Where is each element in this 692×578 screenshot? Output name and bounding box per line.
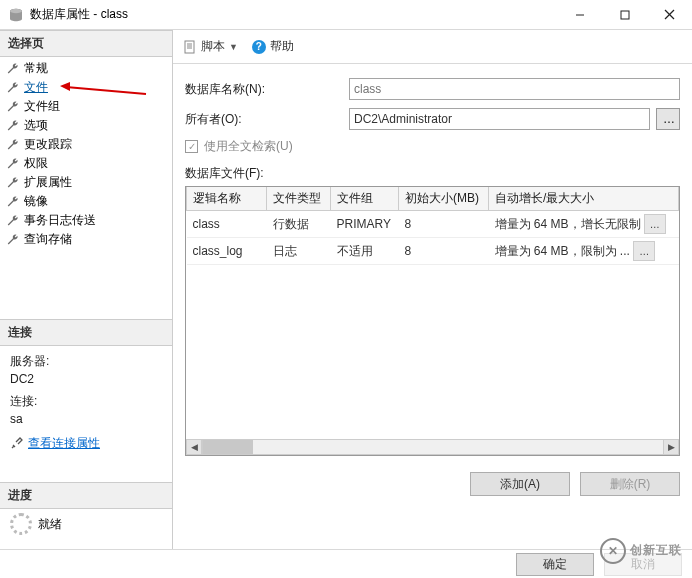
connection-value: sa: [10, 410, 162, 428]
title-bar: 数据库属性 - class: [0, 0, 692, 30]
watermark-logo-icon: ✕: [600, 538, 626, 564]
dialog-footer: 确定 取消: [0, 550, 692, 578]
cell-ftype: 行数据: [267, 211, 331, 238]
table-row[interactable]: class_log 日志 不适用 8 增量为 64 MB，限制为 ... …: [187, 238, 679, 265]
owner-label: 所有者(O):: [185, 111, 349, 128]
svg-rect-8: [185, 41, 194, 53]
wrench-icon: [6, 81, 20, 95]
progress-spinner-icon: [10, 513, 32, 535]
nav-label: 常规: [24, 60, 48, 77]
add-button[interactable]: 添加(A): [470, 472, 570, 496]
server-value: DC2: [10, 370, 162, 388]
wrench-icon: [6, 138, 20, 152]
col-initsize[interactable]: 初始大小(MB): [399, 187, 489, 211]
minimize-button[interactable]: [557, 0, 602, 29]
nav-label: 文件: [24, 79, 48, 96]
chevron-down-icon: ▼: [229, 42, 238, 52]
nav-label: 镜像: [24, 193, 48, 210]
watermark-text: 创新互联: [630, 542, 682, 559]
cell-size: 8: [399, 238, 489, 265]
nav-label: 权限: [24, 155, 48, 172]
dbname-label: 数据库名称(N):: [185, 81, 349, 98]
growth-edit-button[interactable]: …: [644, 214, 666, 234]
nav-item-logship[interactable]: 事务日志传送: [6, 211, 166, 230]
files-label: 数据库文件(F):: [185, 165, 680, 182]
fulltext-checkbox: 使用全文检索(U): [185, 138, 680, 155]
nav-label: 更改跟踪: [24, 136, 72, 153]
select-page-header: 选择页: [0, 30, 172, 57]
scroll-thumb[interactable]: [203, 440, 253, 454]
nav-label: 扩展属性: [24, 174, 72, 191]
cell-name: class: [187, 211, 267, 238]
scroll-right-icon[interactable]: ▶: [663, 439, 679, 455]
nav-item-mirror[interactable]: 镜像: [6, 192, 166, 211]
connection-header: 连接: [0, 319, 172, 346]
owner-input[interactable]: [349, 108, 650, 130]
cell-ftype: 日志: [267, 238, 331, 265]
ok-button[interactable]: 确定: [516, 553, 594, 576]
highlight-arrow-icon: [58, 80, 148, 98]
script-dropdown[interactable]: 脚本 ▼: [183, 38, 238, 55]
help-icon: ?: [252, 40, 266, 54]
wrench-icon: [6, 214, 20, 228]
help-button[interactable]: ? 帮助: [252, 38, 294, 55]
wrench-icon: [6, 62, 20, 76]
nav-label: 查询存储: [24, 231, 72, 248]
grid-horizontal-scrollbar[interactable]: ◀ ▶: [186, 439, 679, 455]
wrench-icon: [6, 100, 20, 114]
nav-label: 事务日志传送: [24, 212, 96, 229]
fulltext-label: 使用全文检索(U): [204, 138, 293, 155]
wrench-icon: [6, 176, 20, 190]
nav-item-permissions[interactable]: 权限: [6, 154, 166, 173]
close-button[interactable]: [647, 0, 692, 29]
wrench-icon: [6, 195, 20, 209]
progress-body: 就绪: [0, 509, 172, 539]
col-autogrowth[interactable]: 自动增长/最大大小: [489, 187, 679, 211]
owner-browse-button[interactable]: …: [656, 108, 680, 130]
svg-rect-3: [621, 11, 629, 19]
col-filegroup[interactable]: 文件组: [331, 187, 399, 211]
nav-label: 文件组: [24, 98, 60, 115]
nav-item-changetracking[interactable]: 更改跟踪: [6, 135, 166, 154]
database-icon: [8, 7, 24, 23]
connection-icon: [10, 436, 24, 450]
nav-item-options[interactable]: 选项: [6, 116, 166, 135]
watermark: ✕ 创新互联: [598, 532, 690, 572]
nav-item-querystore[interactable]: 查询存储: [6, 230, 166, 249]
dbname-input[interactable]: [349, 78, 680, 100]
nav-item-files[interactable]: 文件: [6, 78, 166, 97]
sidebar: 选择页 常规 文件 文件组 选项 更改跟踪 权限 扩展属性 镜像 事务日志传送 …: [0, 30, 173, 549]
cell-fgroup: 不适用: [331, 238, 399, 265]
script-icon: [183, 40, 197, 54]
nav-label: 选项: [24, 117, 48, 134]
cell-growth: 增量为 64 MB，限制为 ... …: [489, 238, 679, 265]
window-title: 数据库属性 - class: [30, 6, 557, 23]
view-connection-properties-link[interactable]: 查看连接属性: [28, 434, 100, 452]
cell-fgroup: PRIMARY: [331, 211, 399, 238]
svg-line-6: [66, 87, 146, 94]
connection-label: 连接:: [10, 392, 162, 410]
nav-item-general[interactable]: 常规: [6, 59, 166, 78]
svg-marker-7: [60, 82, 70, 91]
script-label: 脚本: [201, 38, 225, 55]
nav-item-filegroups[interactable]: 文件组: [6, 97, 166, 116]
growth-edit-button[interactable]: …: [633, 241, 655, 261]
scroll-left-icon[interactable]: ◀: [186, 439, 202, 455]
col-logicalname[interactable]: 逻辑名称: [187, 187, 267, 211]
main-panel: 脚本 ▼ ? 帮助 数据库名称(N): 所有者(O): … 使用全文检索(U): [173, 30, 692, 549]
progress-header: 进度: [0, 482, 172, 509]
wrench-icon: [6, 119, 20, 133]
nav-item-extprops[interactable]: 扩展属性: [6, 173, 166, 192]
table-row[interactable]: class 行数据 PRIMARY 8 增量为 64 MB，增长无限制 …: [187, 211, 679, 238]
progress-status: 就绪: [38, 516, 62, 533]
checkbox-icon: [185, 140, 198, 153]
toolbar: 脚本 ▼ ? 帮助: [173, 30, 692, 64]
col-filetype[interactable]: 文件类型: [267, 187, 331, 211]
files-grid[interactable]: 逻辑名称 文件类型 文件组 初始大小(MB) 自动增长/最大大小 class 行…: [185, 186, 680, 456]
remove-button[interactable]: 删除(R): [580, 472, 680, 496]
cell-growth: 增量为 64 MB，增长无限制 …: [489, 211, 679, 238]
nav-list: 常规 文件 文件组 选项 更改跟踪 权限 扩展属性 镜像 事务日志传送 查询存储: [0, 57, 172, 251]
cell-name: class_log: [187, 238, 267, 265]
maximize-button[interactable]: [602, 0, 647, 29]
svg-point-1: [10, 8, 22, 12]
